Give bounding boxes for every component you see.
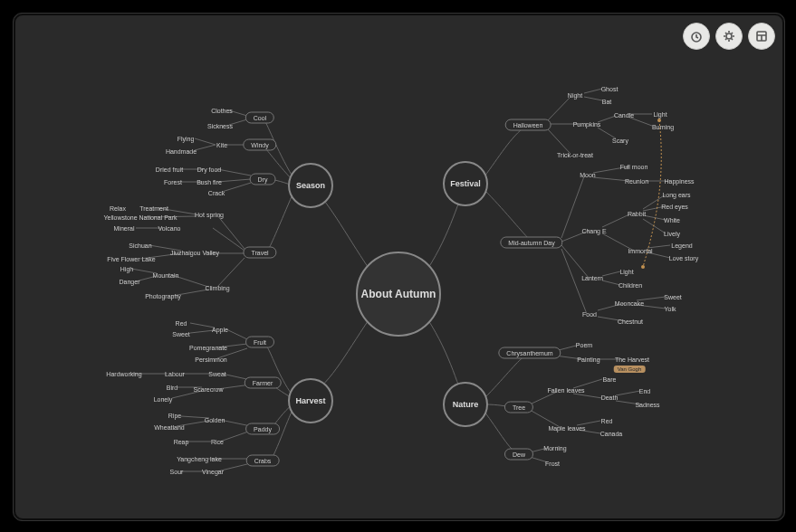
leaf[interactable]: Sweet — [172, 331, 189, 337]
theme-button[interactable] — [715, 23, 743, 50]
branch-festival[interactable]: Festival — [443, 161, 488, 206]
leaf[interactable]: Wheatland — [154, 424, 184, 431]
leaf[interactable]: Chang E — [581, 228, 606, 234]
leaf[interactable]: Painting — [577, 356, 599, 363]
leaf[interactable]: Relax — [110, 205, 126, 212]
leaf[interactable]: Canada — [600, 431, 623, 437]
leaf[interactable]: Red — [601, 418, 613, 424]
leaf[interactable]: Climbing — [205, 285, 229, 291]
node-paddy[interactable]: Paddy — [245, 423, 280, 435]
node-fruit[interactable]: Fruit — [245, 337, 274, 348]
leaf[interactable]: Persimmon — [195, 356, 226, 363]
leaf[interactable]: Ripe — [168, 413, 181, 419]
leaf[interactable]: Long ears — [662, 192, 690, 198]
leaf[interactable]: Trick-or-treat — [557, 152, 593, 158]
leaf[interactable]: End — [639, 388, 650, 394]
leaf[interactable]: Bat — [602, 99, 612, 105]
leaf[interactable]: Golden — [205, 417, 225, 423]
branch-season[interactable]: Season — [288, 163, 333, 208]
leaf[interactable]: Red — [176, 320, 187, 327]
leaf[interactable]: Mineral — [114, 225, 135, 232]
leaf[interactable]: Dry food — [197, 166, 221, 173]
leaf[interactable]: Sichuan — [129, 242, 151, 249]
mindmap-canvas[interactable]: About Autumn Season Harvest Festival Nat… — [14, 14, 784, 520]
leaf[interactable]: Night — [568, 92, 582, 99]
leaf[interactable]: Morning — [543, 445, 566, 451]
leaf[interactable]: Labour — [165, 371, 185, 377]
leaf[interactable]: Sour — [170, 469, 184, 475]
leaf[interactable]: The Harvest — [615, 356, 649, 363]
leaf[interactable]: Reunion — [625, 178, 648, 185]
leaf[interactable]: Yangcheng lake — [177, 456, 222, 462]
leaf[interactable]: Photography — [145, 293, 181, 299]
leaf[interactable]: Forest — [164, 179, 182, 185]
leaf[interactable]: Burning — [652, 124, 674, 130]
leaf[interactable]: Rabbit — [628, 211, 646, 217]
node-halloween[interactable]: Halloween — [505, 119, 551, 131]
leaf[interactable]: Yellowstone National Park — [103, 214, 177, 221]
leaf[interactable]: Legend — [671, 242, 692, 249]
badge-vangogh[interactable]: Van Gogh — [614, 366, 646, 373]
node-midautumn[interactable]: Mid-autumn Day — [500, 237, 562, 249]
leaf[interactable]: Crack — [208, 190, 225, 196]
leaf[interactable]: Candle — [614, 112, 634, 119]
layout-button[interactable] — [748, 23, 775, 50]
leaf[interactable]: Lantern — [581, 275, 603, 281]
leaf[interactable]: Light — [653, 111, 667, 118]
leaf[interactable]: White — [664, 217, 680, 223]
node-windy[interactable]: Windy — [243, 139, 276, 151]
leaf[interactable]: Lonely — [154, 396, 173, 403]
leaf[interactable]: Sweat — [208, 371, 225, 377]
leaf[interactable]: Ghost — [601, 86, 619, 92]
leaf[interactable]: High — [120, 266, 133, 272]
leaf[interactable]: Frost — [545, 461, 560, 467]
leaf[interactable]: Light — [619, 269, 633, 275]
leaf[interactable]: Scary — [612, 138, 628, 144]
leaf[interactable]: Treatment — [139, 205, 168, 212]
leaf[interactable]: Death — [601, 394, 619, 401]
node-chrysanthemum[interactable]: Chrysanthemum — [498, 347, 561, 359]
leaf[interactable]: Poem — [576, 342, 592, 348]
leaf[interactable]: Maple leaves — [548, 425, 585, 432]
node-tree[interactable]: Tree — [504, 402, 533, 413]
leaf[interactable]: Pomegranate — [189, 345, 227, 351]
leaf[interactable]: Happiness — [664, 178, 694, 185]
node-dew[interactable]: Dew — [504, 449, 533, 461]
leaf[interactable]: Yolk — [665, 306, 676, 312]
leaf[interactable]: Reap — [174, 439, 189, 445]
leaf[interactable]: Sweet — [664, 294, 681, 300]
timer-button[interactable] — [683, 23, 710, 50]
leaf[interactable]: Lively — [664, 231, 680, 237]
leaf[interactable]: Bush fire — [197, 179, 222, 185]
leaf[interactable]: Hardworking — [106, 371, 141, 377]
leaf[interactable]: Flying — [177, 136, 195, 142]
leaf[interactable]: Bare — [603, 376, 617, 383]
leaf[interactable]: Handmade — [166, 148, 197, 155]
leaf[interactable]: Scarecrow — [193, 386, 223, 393]
leaf[interactable]: Mountain — [153, 272, 179, 279]
leaf[interactable]: Moon — [580, 172, 596, 178]
node-travel[interactable]: Travel — [243, 247, 276, 259]
leaf[interactable]: Chestnut — [618, 318, 643, 325]
branch-harvest[interactable]: Harvest — [288, 378, 333, 423]
leaf[interactable]: Five Flower Lake — [107, 256, 155, 262]
leaf[interactable]: Jiuzhaigou Valley — [170, 250, 219, 256]
node-dry[interactable]: Dry — [250, 174, 276, 185]
leaf[interactable]: Pumpkins — [573, 121, 601, 128]
leaf[interactable]: Mooncake — [615, 300, 644, 307]
center-node[interactable]: About Autumn — [356, 252, 441, 337]
leaf[interactable]: Clothes — [211, 108, 233, 114]
leaf[interactable]: Hot spring — [195, 212, 224, 218]
leaf[interactable]: Red eyes — [661, 204, 688, 210]
leaf[interactable]: Vinegar — [202, 469, 224, 475]
node-crabs[interactable]: Crabs — [246, 455, 280, 467]
node-cool[interactable]: Cool — [245, 112, 274, 124]
leaf[interactable]: Sadness — [635, 402, 659, 408]
leaf[interactable]: Children — [619, 282, 642, 289]
node-farmer[interactable]: Farmer — [245, 377, 282, 389]
leaf[interactable]: Sickness — [207, 123, 233, 129]
leaf[interactable]: Fallen leaves — [547, 387, 584, 394]
leaf[interactable]: Immortal — [628, 248, 652, 254]
leaf[interactable]: Kite — [216, 142, 227, 148]
leaf[interactable]: Apple — [212, 327, 228, 333]
